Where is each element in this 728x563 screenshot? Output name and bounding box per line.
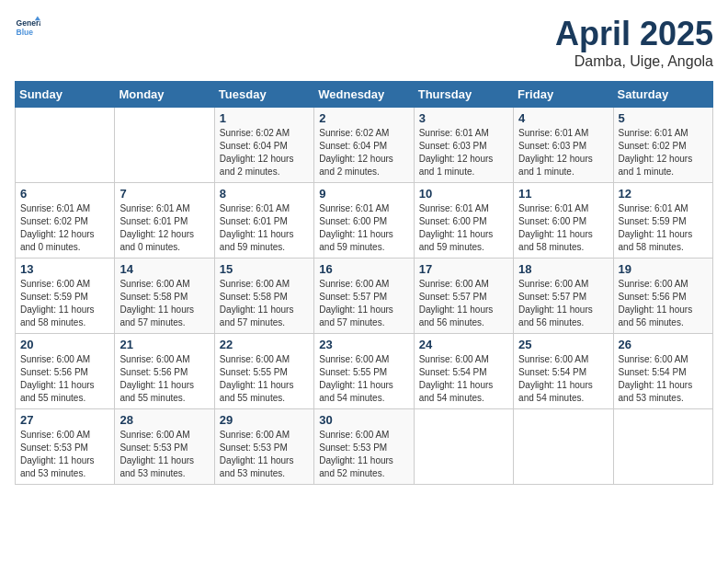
day-detail: Sunrise: 6:01 AM Sunset: 6:00 PM Dayligh…	[319, 202, 408, 254]
day-number: 21	[119, 338, 209, 351]
calendar-cell: 17Sunrise: 6:00 AM Sunset: 5:57 PM Dayli…	[414, 259, 513, 334]
day-detail: Sunrise: 6:00 AM Sunset: 5:59 PM Dayligh…	[20, 278, 109, 329]
day-number: 18	[518, 262, 608, 276]
weekday-header: Tuesday	[214, 82, 313, 108]
day-detail: Sunrise: 6:01 AM Sunset: 6:02 PM Dayligh…	[619, 127, 708, 178]
calendar-subtitle: Damba, Uige, Angola	[555, 53, 713, 70]
calendar-cell: 1Sunrise: 6:02 AM Sunset: 6:04 PM Daylig…	[214, 108, 313, 183]
day-number: 22	[220, 338, 309, 351]
day-detail: Sunrise: 6:01 AM Sunset: 6:00 PM Dayligh…	[419, 202, 508, 254]
day-detail: Sunrise: 6:02 AM Sunset: 6:04 PM Dayligh…	[319, 127, 408, 178]
calendar-cell: 14Sunrise: 6:00 AM Sunset: 5:58 PM Dayli…	[115, 259, 214, 334]
calendar-week-row: 20Sunrise: 6:00 AM Sunset: 5:56 PM Dayli…	[16, 334, 713, 409]
day-number: 12	[619, 187, 708, 201]
calendar-week-row: 1Sunrise: 6:02 AM Sunset: 6:04 PM Daylig…	[16, 108, 713, 183]
day-detail: Sunrise: 6:01 AM Sunset: 5:59 PM Dayligh…	[619, 202, 708, 254]
day-detail: Sunrise: 6:00 AM Sunset: 5:55 PM Dayligh…	[220, 353, 309, 405]
day-detail: Sunrise: 6:00 AM Sunset: 5:54 PM Dayligh…	[619, 353, 708, 405]
day-detail: Sunrise: 6:00 AM Sunset: 5:56 PM Dayligh…	[20, 353, 109, 405]
day-number: 25	[518, 338, 608, 351]
page-header: General Blue April 2025 Damba, Uige, Ang…	[15, 15, 713, 70]
calendar-cell: 10Sunrise: 6:01 AM Sunset: 6:00 PM Dayli…	[414, 183, 513, 259]
day-number: 14	[119, 262, 209, 276]
calendar-cell: 4Sunrise: 6:01 AM Sunset: 6:03 PM Daylig…	[514, 108, 613, 183]
calendar-cell: 15Sunrise: 6:00 AM Sunset: 5:58 PM Dayli…	[214, 259, 313, 334]
day-detail: Sunrise: 6:01 AM Sunset: 6:02 PM Dayligh…	[20, 202, 109, 254]
calendar-cell	[613, 409, 712, 485]
day-detail: Sunrise: 6:01 AM Sunset: 6:01 PM Dayligh…	[220, 202, 309, 254]
day-detail: Sunrise: 6:00 AM Sunset: 5:57 PM Dayligh…	[419, 278, 508, 329]
calendar-week-row: 27Sunrise: 6:00 AM Sunset: 5:53 PM Dayli…	[16, 409, 713, 485]
day-number: 23	[319, 338, 408, 351]
day-number: 17	[419, 262, 508, 276]
day-number: 1	[220, 111, 309, 125]
weekday-header: Wednesday	[314, 82, 414, 108]
day-number: 19	[619, 262, 708, 276]
calendar-cell: 23Sunrise: 6:00 AM Sunset: 5:55 PM Dayli…	[314, 334, 414, 409]
weekday-header: Thursday	[414, 82, 513, 108]
day-detail: Sunrise: 6:01 AM Sunset: 6:00 PM Dayligh…	[518, 202, 608, 254]
day-detail: Sunrise: 6:00 AM Sunset: 5:57 PM Dayligh…	[319, 278, 408, 329]
calendar-cell: 18Sunrise: 6:00 AM Sunset: 5:57 PM Dayli…	[514, 259, 613, 334]
calendar-week-row: 6Sunrise: 6:01 AM Sunset: 6:02 PM Daylig…	[16, 183, 713, 259]
calendar-cell	[115, 108, 214, 183]
calendar-cell: 21Sunrise: 6:00 AM Sunset: 5:56 PM Dayli…	[115, 334, 214, 409]
day-number: 16	[319, 262, 408, 276]
logo: General Blue	[15, 15, 40, 40]
day-detail: Sunrise: 6:00 AM Sunset: 5:54 PM Dayligh…	[518, 353, 608, 405]
title-block: April 2025 Damba, Uige, Angola	[555, 15, 713, 70]
calendar-cell	[414, 409, 513, 485]
day-detail: Sunrise: 6:00 AM Sunset: 5:54 PM Dayligh…	[419, 353, 508, 405]
day-detail: Sunrise: 6:00 AM Sunset: 5:58 PM Dayligh…	[220, 278, 309, 329]
day-number: 7	[119, 187, 209, 201]
calendar-cell: 5Sunrise: 6:01 AM Sunset: 6:02 PM Daylig…	[613, 108, 712, 183]
calendar-cell: 27Sunrise: 6:00 AM Sunset: 5:53 PM Dayli…	[16, 409, 115, 485]
day-detail: Sunrise: 6:00 AM Sunset: 5:56 PM Dayligh…	[119, 353, 209, 405]
day-number: 11	[518, 187, 608, 201]
day-number: 27	[20, 413, 109, 427]
day-detail: Sunrise: 6:01 AM Sunset: 6:03 PM Dayligh…	[518, 127, 608, 178]
weekday-header: Sunday	[16, 82, 115, 108]
day-detail: Sunrise: 6:00 AM Sunset: 5:53 PM Dayligh…	[220, 429, 309, 480]
day-number: 2	[319, 111, 408, 125]
calendar-cell: 2Sunrise: 6:02 AM Sunset: 6:04 PM Daylig…	[314, 108, 414, 183]
day-number: 8	[220, 187, 309, 201]
day-detail: Sunrise: 6:02 AM Sunset: 6:04 PM Dayligh…	[220, 127, 309, 178]
calendar-cell: 29Sunrise: 6:00 AM Sunset: 5:53 PM Dayli…	[214, 409, 313, 485]
day-detail: Sunrise: 6:00 AM Sunset: 5:53 PM Dayligh…	[20, 429, 109, 480]
day-detail: Sunrise: 6:01 AM Sunset: 6:03 PM Dayligh…	[419, 127, 508, 178]
calendar-cell: 13Sunrise: 6:00 AM Sunset: 5:59 PM Dayli…	[16, 259, 115, 334]
calendar-cell: 3Sunrise: 6:01 AM Sunset: 6:03 PM Daylig…	[414, 108, 513, 183]
calendar-cell: 28Sunrise: 6:00 AM Sunset: 5:53 PM Dayli…	[115, 409, 214, 485]
day-number: 20	[20, 338, 109, 351]
day-number: 28	[119, 413, 209, 427]
day-number: 26	[619, 338, 708, 351]
day-detail: Sunrise: 6:00 AM Sunset: 5:55 PM Dayligh…	[319, 353, 408, 405]
day-detail: Sunrise: 6:00 AM Sunset: 5:53 PM Dayligh…	[119, 429, 209, 480]
day-number: 4	[518, 111, 608, 125]
weekday-header: Saturday	[613, 82, 712, 108]
calendar-cell: 8Sunrise: 6:01 AM Sunset: 6:01 PM Daylig…	[214, 183, 313, 259]
day-number: 24	[419, 338, 508, 351]
day-detail: Sunrise: 6:00 AM Sunset: 5:53 PM Dayligh…	[319, 429, 408, 480]
day-detail: Sunrise: 6:00 AM Sunset: 5:56 PM Dayligh…	[619, 278, 708, 329]
day-number: 6	[20, 187, 109, 201]
calendar-cell: 6Sunrise: 6:01 AM Sunset: 6:02 PM Daylig…	[16, 183, 115, 259]
weekday-header-row: SundayMondayTuesdayWednesdayThursdayFrid…	[16, 82, 713, 108]
calendar-cell: 24Sunrise: 6:00 AM Sunset: 5:54 PM Dayli…	[414, 334, 513, 409]
day-number: 29	[220, 413, 309, 427]
calendar-cell	[16, 108, 115, 183]
calendar-cell: 16Sunrise: 6:00 AM Sunset: 5:57 PM Dayli…	[314, 259, 414, 334]
calendar-table: SundayMondayTuesdayWednesdayThursdayFrid…	[15, 81, 713, 485]
calendar-cell	[514, 409, 613, 485]
calendar-cell: 30Sunrise: 6:00 AM Sunset: 5:53 PM Dayli…	[314, 409, 414, 485]
day-number: 15	[220, 262, 309, 276]
day-number: 30	[319, 413, 408, 427]
calendar-cell: 19Sunrise: 6:00 AM Sunset: 5:56 PM Dayli…	[613, 259, 712, 334]
calendar-cell: 26Sunrise: 6:00 AM Sunset: 5:54 PM Dayli…	[613, 334, 712, 409]
day-detail: Sunrise: 6:01 AM Sunset: 6:01 PM Dayligh…	[119, 202, 209, 254]
day-number: 13	[20, 262, 109, 276]
calendar-cell: 25Sunrise: 6:00 AM Sunset: 5:54 PM Dayli…	[514, 334, 613, 409]
calendar-cell: 20Sunrise: 6:00 AM Sunset: 5:56 PM Dayli…	[16, 334, 115, 409]
day-detail: Sunrise: 6:00 AM Sunset: 5:57 PM Dayligh…	[518, 278, 608, 329]
